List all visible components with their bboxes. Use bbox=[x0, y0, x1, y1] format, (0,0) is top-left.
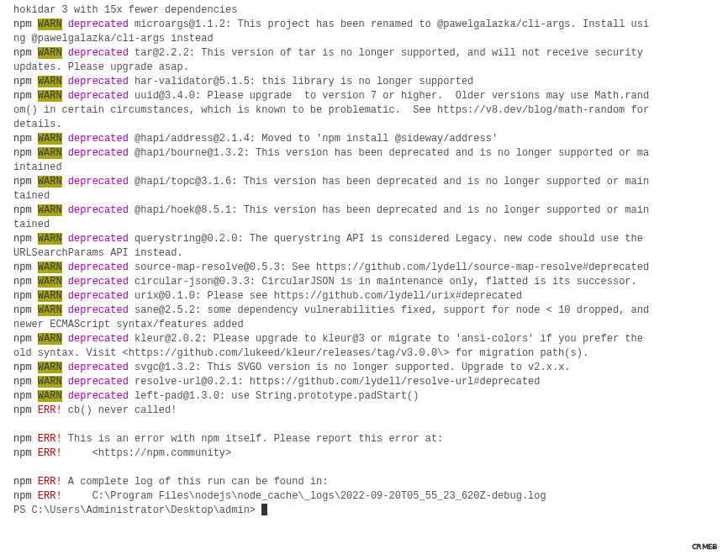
deprecated-label: deprecated bbox=[68, 176, 129, 188]
npm-label: npm bbox=[13, 404, 32, 416]
npm-label: npm bbox=[13, 376, 32, 388]
terminal-text: <https://npm.community> bbox=[68, 447, 231, 459]
deprecated-label: deprecated bbox=[68, 204, 129, 216]
warn-label: WARN bbox=[38, 276, 62, 288]
npm-label: npm bbox=[13, 133, 32, 145]
npm-label: npm bbox=[13, 147, 32, 159]
terminal-line: npm WARN deprecated left-pad@1.3.0: use … bbox=[13, 389, 651, 404]
deprecated-label: deprecated bbox=[68, 304, 129, 316]
terminal-text: C:\Program Files\nodejs\node_cache\_logs… bbox=[68, 490, 546, 502]
warn-label: WARN bbox=[38, 390, 62, 402]
terminal-text: svgc@1.3.2: This SVGO version is no long… bbox=[135, 362, 570, 373]
terminal-line: npm WARN deprecated urix@0.1.0: Please s… bbox=[13, 289, 651, 304]
terminal-prompt-line: PS C:\Users\Administrator\Desktop\admin> bbox=[13, 504, 651, 518]
npm-label: npm bbox=[13, 204, 32, 216]
npm-label: npm bbox=[13, 490, 32, 502]
warn-label: WARN bbox=[38, 76, 62, 87]
terminal-text: cb() never called! bbox=[68, 404, 177, 416]
npm-label: npm bbox=[13, 304, 32, 316]
terminal-line: npm WARN deprecated circular-json@0.3.3:… bbox=[13, 275, 651, 289]
terminal-output[interactable]: hokidar 3 with 15x fewer dependenciesnpm… bbox=[0, 0, 659, 521]
terminal-line: npm WARN deprecated source-map-resolve@0… bbox=[13, 261, 651, 275]
warn-label: WARN bbox=[38, 290, 62, 302]
terminal-text: A complete log of this run can be found … bbox=[68, 476, 329, 488]
npm-label: npm bbox=[13, 447, 32, 459]
terminal-text: left-pad@1.3.0: use String.prototype.pad… bbox=[135, 390, 419, 402]
terminal-line: npm ERR! A complete log of this run can … bbox=[13, 475, 651, 489]
terminal-line: npm WARN deprecated tar@2.2.2: This vers… bbox=[13, 46, 651, 75]
terminal-blank-line bbox=[13, 461, 651, 475]
err-label: ERR! bbox=[38, 404, 62, 416]
warn-label: WARN bbox=[38, 90, 62, 102]
deprecated-label: deprecated bbox=[68, 76, 129, 87]
npm-label: npm bbox=[13, 233, 32, 245]
deprecated-label: deprecated bbox=[68, 376, 129, 388]
warn-label: WARN bbox=[38, 233, 62, 245]
deprecated-label: deprecated bbox=[68, 18, 129, 30]
deprecated-label: deprecated bbox=[68, 333, 129, 345]
deprecated-label: deprecated bbox=[68, 90, 129, 102]
npm-label: npm bbox=[13, 362, 32, 373]
warn-label: WARN bbox=[38, 147, 62, 159]
deprecated-label: deprecated bbox=[68, 276, 129, 288]
terminal-line: npm WARN deprecated sane@2.5.2: some dep… bbox=[13, 304, 651, 332]
npm-label: npm bbox=[13, 76, 32, 87]
err-label: ERR! bbox=[38, 433, 62, 445]
terminal-text: hokidar 3 with 15x fewer dependencies bbox=[13, 4, 237, 16]
terminal-line: npm ERR! This is an error with npm itsel… bbox=[13, 432, 651, 446]
terminal-text: source-map-resolve@0.5.3: See https://gi… bbox=[135, 262, 649, 273]
npm-label: npm bbox=[13, 90, 32, 102]
terminal-line: npm WARN deprecated @hapi/address@2.1.4:… bbox=[13, 132, 651, 146]
npm-label: npm bbox=[13, 390, 32, 402]
npm-label: npm bbox=[13, 276, 32, 288]
terminal-text: har-validator@5.1.5: this library is no … bbox=[135, 76, 473, 87]
warn-label: WARN bbox=[38, 204, 62, 216]
terminal-line: npm WARN deprecated svgc@1.3.2: This SVG… bbox=[13, 361, 651, 375]
deprecated-label: deprecated bbox=[68, 133, 129, 145]
warn-label: WARN bbox=[38, 18, 62, 30]
deprecated-label: deprecated bbox=[68, 147, 129, 159]
terminal-line: npm WARN deprecated @hapi/topc@3.1.6: Th… bbox=[13, 175, 651, 203]
npm-label: npm bbox=[13, 476, 32, 488]
npm-label: npm bbox=[13, 47, 32, 59]
watermark-logo: ᴄʀᴍᴇᴃ bbox=[692, 541, 717, 552]
warn-label: WARN bbox=[38, 362, 62, 373]
terminal-line: npm WARN deprecated @hapi/hoek@8.5.1: Th… bbox=[13, 203, 651, 232]
terminal-line: npm WARN deprecated kleur@2.0.2: Please … bbox=[13, 332, 651, 361]
warn-label: WARN bbox=[38, 262, 62, 273]
warn-label: WARN bbox=[38, 133, 62, 145]
terminal-line: npm ERR! cb() never called! bbox=[13, 404, 651, 418]
terminal-line: npm ERR! <https://npm.community> bbox=[13, 446, 651, 461]
terminal-line: npm WARN deprecated querystring@0.2.0: T… bbox=[13, 232, 651, 261]
npm-label: npm bbox=[13, 262, 32, 273]
terminal-line: npm ERR! C:\Program Files\nodejs\node_ca… bbox=[13, 489, 651, 504]
terminal-line: npm WARN deprecated @hapi/bourne@1.3.2: … bbox=[13, 146, 651, 175]
shell-prompt: PS C:\Users\Administrator\Desktop\admin> bbox=[13, 505, 261, 516]
err-label: ERR! bbox=[38, 490, 62, 502]
terminal-text: @hapi/address@2.1.4: Moved to 'npm insta… bbox=[135, 133, 498, 145]
terminal-line: npm WARN deprecated resolve-url@0.2.1: h… bbox=[13, 375, 651, 389]
cursor[interactable] bbox=[261, 504, 267, 515]
terminal-line: npm WARN deprecated uuid@3.4.0: Please u… bbox=[13, 89, 651, 132]
npm-label: npm bbox=[13, 433, 32, 445]
npm-label: npm bbox=[13, 290, 32, 302]
terminal-text: This is an error with npm itself. Please… bbox=[68, 433, 443, 445]
deprecated-label: deprecated bbox=[68, 362, 129, 373]
terminal-line: hokidar 3 with 15x fewer dependencies bbox=[13, 3, 651, 18]
terminal-text: resolve-url@0.2.1: https://github.com/ly… bbox=[135, 376, 540, 388]
terminal-text: circular-json@0.3.3: CircularJSON is in … bbox=[135, 276, 637, 288]
warn-label: WARN bbox=[38, 333, 62, 345]
warn-label: WARN bbox=[38, 376, 62, 388]
deprecated-label: deprecated bbox=[68, 233, 129, 245]
terminal-blank-line bbox=[13, 418, 651, 432]
warn-label: WARN bbox=[38, 176, 62, 188]
npm-label: npm bbox=[13, 176, 32, 188]
deprecated-label: deprecated bbox=[68, 262, 129, 273]
err-label: ERR! bbox=[38, 476, 62, 488]
deprecated-label: deprecated bbox=[68, 47, 129, 59]
npm-label: npm bbox=[13, 18, 32, 30]
err-label: ERR! bbox=[38, 447, 62, 459]
deprecated-label: deprecated bbox=[68, 290, 129, 302]
terminal-line: npm WARN deprecated microargs@1.1.2: Thi… bbox=[13, 18, 651, 46]
npm-label: npm bbox=[13, 333, 32, 345]
